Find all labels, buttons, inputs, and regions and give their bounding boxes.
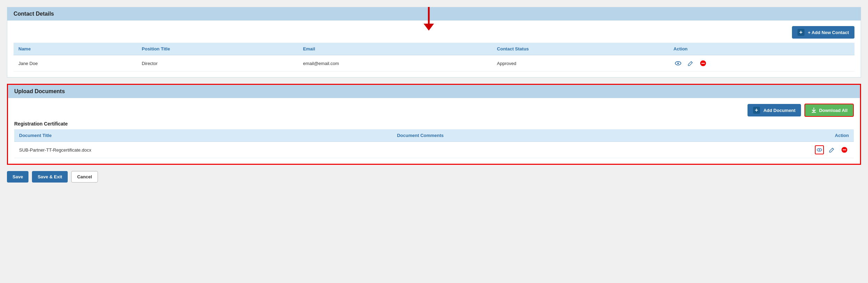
col-document-comments: Document Comments [392,129,652,142]
col-document-title: Document Title [14,129,392,142]
contact-details-title: Contact Details [14,11,54,17]
contact-position: Director [137,55,298,72]
document-comments [392,142,652,158]
registration-certificate-label: Registration Certificate [14,121,854,127]
upload-documents-section: Upload Documents + Add Document Download… [7,84,861,165]
documents-table: Document Title Document Comments Action … [14,129,854,158]
svg-marker-1 [424,24,434,31]
add-document-button[interactable]: + Add Document [748,104,801,116]
document-action-icons [657,145,849,154]
contact-details-toolbar: + + Add New Contact [14,26,854,39]
add-new-contact-label: + Add New Contact [808,30,849,35]
contact-details-body: + + Add New Contact Name Position Title … [7,21,861,77]
delete-document-button[interactable] [840,145,849,154]
view-contact-button[interactable] [674,59,683,68]
table-row: Jane Doe Director email@email.com Approv… [14,55,854,72]
contact-details-header: Contact Details [7,7,861,21]
document-action-cell [652,142,854,158]
col-contact-status: Contact Status [492,43,669,55]
col-action: Action [669,43,854,55]
upload-documents-title: Upload Documents [14,88,65,94]
svg-point-8 [819,149,820,151]
add-doc-plus-icon: + [753,107,760,114]
svg-rect-6 [812,112,816,113]
add-new-contact-button[interactable]: + + Add New Contact [792,26,854,39]
col-email: Email [298,43,492,55]
cancel-label: Cancel [77,174,92,179]
documents-table-head: Document Title Document Comments Action [14,129,854,142]
edit-document-button[interactable] [827,145,836,154]
save-exit-button[interactable]: Save & Exit [32,171,68,183]
download-all-label: Download All [819,108,848,113]
contact-status: Approved [492,55,669,72]
upload-documents-header: Upload Documents [8,85,860,98]
footer-buttons: Save Save & Exit Cancel [7,171,861,183]
delete-contact-button[interactable] [699,59,708,68]
col-position-title: Position Title [137,43,298,55]
cancel-button[interactable]: Cancel [71,171,98,183]
plus-icon: + [798,29,804,36]
upload-documents-toolbar: + Add Document Download All [14,104,854,117]
contact-name: Jane Doe [14,55,137,72]
view-document-button[interactable] [815,145,824,154]
col-doc-action: Action [652,129,854,142]
document-title: SUB-Partner-TT-Regcertificate.docx [14,142,392,158]
download-all-button[interactable]: Download All [804,104,854,117]
download-icon [811,107,817,113]
contacts-table: Name Position Title Email Contact Status… [14,43,854,72]
edit-contact-button[interactable] [686,59,695,68]
documents-table-body: SUB-Partner-TT-Regcertificate.docx [14,142,854,158]
contact-email: email@email.com [298,55,492,72]
upload-documents-body: + Add Document Download All Registration… [8,98,860,164]
table-row: SUB-Partner-TT-Regcertificate.docx [14,142,854,158]
contacts-table-body: Jane Doe Director email@email.com Approv… [14,55,854,72]
col-name: Name [14,43,137,55]
svg-point-3 [677,63,679,64]
contacts-table-head: Name Position Title Email Contact Status… [14,43,854,55]
contact-details-section: Contact Details + + Add New Contact Name… [7,7,861,78]
save-label: Save [12,174,23,179]
add-document-label: Add Document [763,108,795,113]
save-button[interactable]: Save [7,171,28,183]
contact-action-icons [674,59,850,68]
save-exit-label: Save & Exit [37,174,62,179]
contact-action-cell [669,55,854,72]
